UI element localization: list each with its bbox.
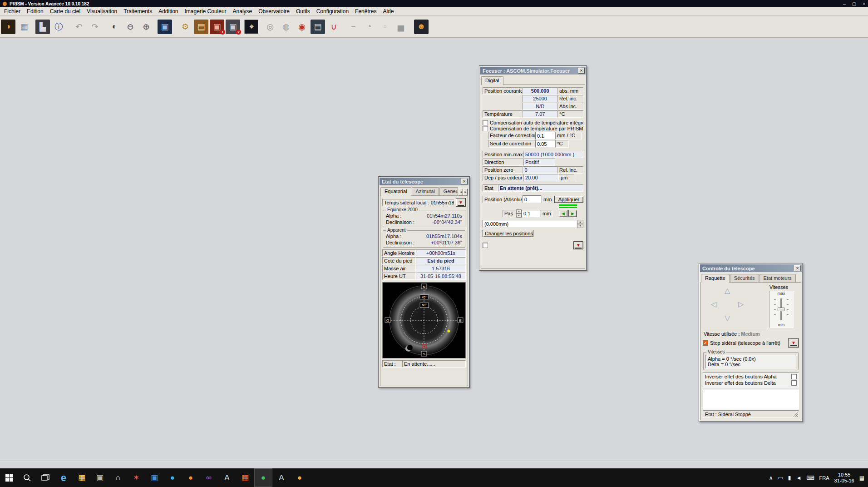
compensation-prism-checkbox[interactable] [483, 126, 488, 131]
tray-language[interactable]: FRA [819, 475, 829, 481]
facteur-correction-input[interactable] [535, 132, 555, 139]
filter-wheel-icon[interactable]: ◎ [263, 20, 277, 34]
taskbar-app-a-icon[interactable]: A [218, 468, 236, 487]
focuser-tab-digital[interactable]: Digital [481, 76, 503, 85]
preset-spin-down-icon[interactable]: ▼ [577, 224, 583, 228]
histogram-icon[interactable]: ▅ [394, 20, 408, 34]
speed-slider[interactable]: max min [769, 291, 794, 328]
search-button[interactable] [18, 468, 36, 487]
taskbar-store-icon[interactable]: ⌂ [109, 468, 127, 487]
preset-spinner[interactable]: ▲ ▼ [577, 220, 583, 228]
fits-header-icon[interactable]: ▤ [311, 20, 325, 34]
menu-configuration[interactable]: Configuration [313, 8, 352, 15]
dome-sync-icon[interactable]: ◔ [362, 20, 376, 34]
menu-visualisation[interactable]: Visualisation [84, 8, 120, 15]
position-absolue-input[interactable] [523, 195, 542, 203]
controle-close-button[interactable]: × [794, 265, 801, 271]
dome-icon[interactable]: ◍ [279, 20, 293, 34]
tray-network-icon[interactable]: ▭ [778, 475, 783, 481]
sky-map[interactable]: N S E O 45° 60° [382, 282, 466, 358]
undo-tool-icon[interactable]: ↶ [72, 20, 86, 34]
slew-west-button[interactable]: ◁ [711, 301, 716, 308]
focuser-close-button[interactable]: × [578, 68, 585, 74]
taskbar-firefox-icon[interactable]: ● [182, 468, 200, 487]
controle-titlebar[interactable]: Controle du télescope × [700, 264, 802, 272]
slew-south-button[interactable]: ▽ [725, 314, 730, 322]
camera-2-icon[interactable]: ▣ 2 [226, 20, 240, 34]
preset-spin-up-icon[interactable]: ▲ [577, 220, 583, 224]
tray-battery-icon[interactable]: ▮ [788, 475, 791, 481]
focuser-tool-icon[interactable]: ◉ [295, 20, 309, 34]
tray-keyboard-icon[interactable]: ⌨ [806, 475, 814, 481]
camera-acquisition-icon[interactable]: ▙ [35, 20, 50, 34]
tab-geneurs[interactable]: Geneurs [439, 187, 458, 195]
move-out-button[interactable]: ► [568, 210, 577, 217]
task-view-button[interactable] [36, 468, 54, 487]
move-in-button[interactable]: ◄ [559, 210, 567, 217]
etat-close-button[interactable]: × [461, 179, 468, 184]
menu-analyse[interactable]: Analyse [230, 8, 256, 15]
taskbar-gray-app-icon[interactable]: ▣ [91, 468, 109, 487]
blank-tool-icon[interactable]: ▫ [378, 20, 392, 34]
appliquer-button[interactable]: Appliquer [554, 196, 583, 203]
taskbar-photoshop-icon[interactable]: ✶ [127, 468, 145, 487]
etat-park-button[interactable]: ▼ [456, 198, 466, 207]
app-titlebar[interactable]: PRISM - Version Avancée 10.0.10.182 – ▢ … [0, 0, 868, 7]
menu-traitements[interactable]: Traitements [120, 8, 155, 15]
menu-edition[interactable]: Edition [24, 8, 47, 15]
changer-positions-button[interactable]: Changer les positions [483, 230, 533, 237]
info-icon[interactable]: ⓘ [51, 20, 66, 34]
taskbar-color-app-icon[interactable]: ▦ [236, 468, 254, 487]
tray-volume-icon[interactable]: ◄ [796, 475, 801, 481]
menu-fichier[interactable]: Fichier [1, 8, 24, 15]
minimize-button[interactable]: – [843, 1, 846, 6]
pas-spinner[interactable]: ▲ ▼ [516, 209, 522, 218]
seuil-correction-input[interactable] [535, 140, 555, 148]
taskbar-orange-app-icon[interactable]: ● [291, 468, 309, 487]
ccd-camera-icon[interactable]: ▤ [194, 20, 208, 34]
taskbar-edge-icon[interactable]: e [54, 468, 73, 487]
slider-thumb[interactable] [778, 308, 784, 311]
tab-etat-moteurs[interactable]: Etat moteurs [760, 274, 796, 282]
slew-east-button[interactable]: ▷ [738, 301, 744, 308]
menu-outils[interactable]: Outils [293, 8, 313, 15]
compensation-auto-checkbox[interactable] [483, 120, 488, 125]
tab-securites[interactable]: Sécurités [730, 274, 759, 282]
close-button[interactable]: × [863, 1, 865, 6]
taskbar-prism-icon[interactable]: ● [254, 468, 272, 487]
menu-observatoire[interactable]: Observatoire [255, 8, 293, 15]
gear-icon[interactable]: ⚙ [178, 20, 192, 34]
tray-chevron-icon[interactable]: ∧ [769, 475, 773, 481]
focuser-park-button[interactable]: ▼ [573, 241, 583, 249]
menu-addition[interactable]: Addition [155, 8, 181, 15]
observer-profile-icon[interactable]: ☻ [414, 20, 429, 34]
full-screen-icon[interactable]: ▣ [158, 20, 172, 34]
threshold-icon[interactable]: ◐ [107, 20, 122, 34]
tab-raquette[interactable]: Raquette [701, 274, 730, 283]
menu-imagerie-couleur[interactable]: Imagerie Couleur [182, 8, 230, 15]
inverser-delta-checkbox[interactable] [791, 380, 797, 386]
zoom-in-icon[interactable]: ⊕ [139, 20, 153, 34]
tab-azimutal[interactable]: Azimutal [412, 187, 439, 195]
inverser-alpha-checkbox[interactable] [791, 374, 797, 379]
taskbar-app-a2-icon[interactable]: A [272, 468, 291, 487]
taskbar-skype-icon[interactable]: ● [163, 468, 182, 487]
menu-fenetres[interactable]: Fenêtres [352, 8, 380, 15]
stop-sideral-checkbox[interactable]: ✓ [703, 340, 708, 346]
maximize-button[interactable]: ▢ [852, 1, 856, 6]
redo-tool-icon[interactable]: ↷ [88, 20, 102, 34]
pas-spin-down-icon[interactable]: ▼ [516, 214, 522, 218]
etat-titlebar[interactable]: Etat du télescope × [380, 178, 469, 185]
pas-input[interactable] [522, 210, 541, 218]
zoom-out-icon[interactable]: ⊖ [123, 20, 138, 34]
tab-scroll-right-button[interactable]: ► [464, 189, 468, 195]
preset-position-input[interactable] [483, 220, 577, 228]
slew-north-button[interactable]: △ [725, 287, 730, 294]
tray-clock[interactable]: 10:55 31-05-16 [834, 472, 854, 484]
camera-1-icon[interactable]: ▣ 1 [210, 20, 224, 34]
link-tool-icon[interactable]: − [346, 20, 360, 34]
focuser-titlebar[interactable]: Focuser : ASCOM.Simulator.Focuser × [480, 67, 586, 75]
controle-park-button[interactable]: ▼ [788, 338, 799, 348]
taskbar-file-explorer-icon[interactable]: ▦ [73, 468, 91, 487]
save-icon[interactable]: ▦ [17, 20, 31, 34]
